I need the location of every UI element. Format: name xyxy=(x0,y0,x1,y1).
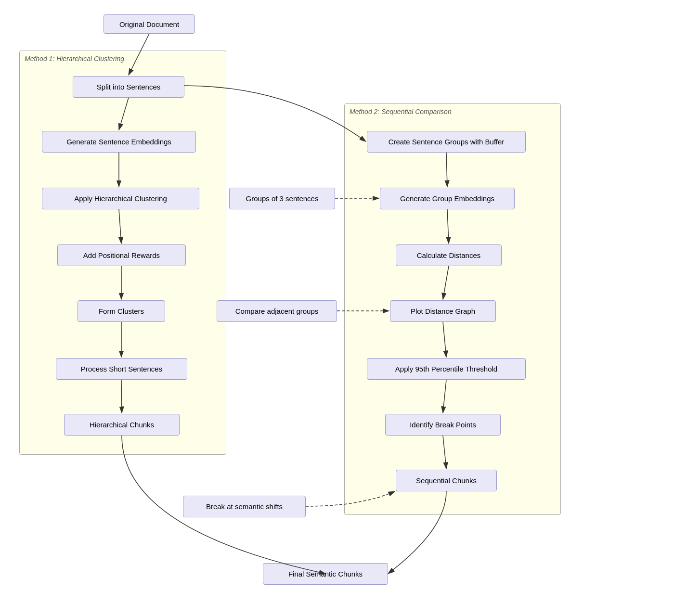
split-sentences-node: Split into Sentences xyxy=(73,76,184,98)
create-sent-groups-node: Create Sentence Groups with Buffer xyxy=(367,131,526,153)
diagram-container: Method 1: Hierarchical Clustering Method… xyxy=(0,0,674,616)
final-semantic-node: Final Semantic Chunks xyxy=(263,563,388,585)
groups-3-sent-node: Groups of 3 sentences xyxy=(229,188,335,209)
hier-chunks-node: Hierarchical Chunks xyxy=(64,414,180,436)
original-document-node: Original Document xyxy=(104,14,195,34)
sequential-chunks-node: Sequential Chunks xyxy=(396,470,497,491)
process-short-node: Process Short Sentences xyxy=(56,358,187,380)
break-semantic-node: Break at semantic shifts xyxy=(183,496,306,517)
apply-95th-node: Apply 95th Percentile Threshold xyxy=(367,358,526,380)
compare-adj-node: Compare adjacent groups xyxy=(217,300,337,322)
method1-label: Method 1: Hierarchical Clustering xyxy=(25,55,124,63)
calc-distances-node: Calculate Distances xyxy=(396,244,502,266)
add-pos-rewards-node: Add Positional Rewards xyxy=(57,244,186,266)
method2-label: Method 2: Sequential Comparison xyxy=(350,108,452,116)
form-clusters-node: Form Clusters xyxy=(78,300,165,322)
plot-dist-graph-node: Plot Distance Graph xyxy=(390,300,496,322)
identify-break-node: Identify Break Points xyxy=(385,414,501,436)
apply-hier-clust-node: Apply Hierarchical Clustering xyxy=(42,188,199,209)
gen-group-emb-node: Generate Group Embeddings xyxy=(380,188,515,209)
gen-sentence-emb-node: Generate Sentence Embeddings xyxy=(42,131,196,153)
